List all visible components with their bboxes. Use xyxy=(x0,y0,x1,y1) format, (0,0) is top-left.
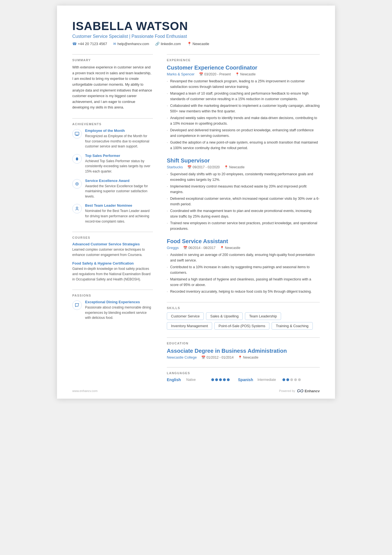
lang-dots-2 xyxy=(282,378,301,381)
calendar-icon-2: 📅 xyxy=(187,165,192,169)
dot-1-2 xyxy=(215,378,218,381)
job-company-2: Starbucks xyxy=(167,165,183,169)
email-contact: ✉ help@enhancv.com xyxy=(113,42,149,46)
courses-section: COURSES Advanced Customer Service Strate… xyxy=(72,236,153,282)
email-icon: ✉ xyxy=(113,42,116,46)
job-location-1: 📍 Newcastle xyxy=(235,72,255,76)
phone-contact: ☎ +44 20 7123 4567 xyxy=(72,42,107,46)
achievement-icon-4 xyxy=(72,204,82,213)
course-desc-2: Gained in-depth knowledge on food safety… xyxy=(72,266,153,282)
location-icon: 📍 xyxy=(187,42,192,46)
languages-row: English Native Spanish Intermediate xyxy=(167,378,320,382)
passion-icon-1 xyxy=(72,300,82,310)
summary-section: SUMMARY With extensive experience in cus… xyxy=(72,58,153,110)
pin-icon-1: 📍 xyxy=(235,72,239,76)
languages-section: LANGUAGES English Native xyxy=(167,371,320,382)
lang-level-2: Intermediate xyxy=(257,378,280,382)
job-entry-2: Shift Supervisor Starbucks 📅 09/2017 - 0… xyxy=(167,157,320,231)
bullet-1-3: Collaborated with the marketing departme… xyxy=(167,103,320,114)
skills-grid: Customer Service Sales & Upselling Team … xyxy=(167,312,320,330)
passion-title-1: Exceptional Dining Experiences xyxy=(85,300,153,304)
linkedin-contact: 🔗 linkedin.com xyxy=(155,42,181,46)
dot-1-3 xyxy=(219,378,222,381)
contact-row: ☎ +44 20 7123 4567 ✉ help@enhancv.com 🔗 … xyxy=(72,42,320,46)
job-bullets-2: Supervised daily shifts with up to 20 em… xyxy=(167,171,320,231)
experience-title: EXPERIENCE xyxy=(167,58,320,62)
course-item-1: Advanced Customer Service Strategies Lea… xyxy=(72,242,153,257)
bullet-2-2: Implemented inventory control measures t… xyxy=(167,184,320,195)
skills-divider xyxy=(167,302,320,302)
passion-item-1: Exceptional Dining Experiences Passionat… xyxy=(72,300,153,320)
achievement-item-3: Service Excellence Award Awarded the Ser… xyxy=(72,179,153,199)
achievement-item-2: Top Sales Performer Achieved Top Sales P… xyxy=(72,154,153,174)
bullet-3-1: Assisted in serving an average of 200 cu… xyxy=(167,252,320,263)
calendar-icon-1: 📅 xyxy=(199,72,203,76)
job-meta-1: Marks & Spencer 📅 03/2020 - Present 📍 Ne… xyxy=(167,72,320,76)
edu-dates-1: 📅 01/2012 - 01/2014 xyxy=(201,356,234,359)
resume-page: ISABELLA WATSON Customer Service Special… xyxy=(57,6,335,399)
calendar-icon-3: 📅 xyxy=(183,246,187,250)
dot-1-1 xyxy=(211,378,214,381)
passions-section: PASSIONS Exceptional Dining Experiences … xyxy=(72,294,153,320)
dot-1-4 xyxy=(223,378,226,381)
achievement-content-4: Best Team Leader Nominee Nominated for t… xyxy=(85,203,153,224)
job-bullets-1: Revamped the customer feedback program, … xyxy=(167,78,320,151)
bullet-3-3: Maintained a high standard of hygiene an… xyxy=(167,277,320,288)
lang-level-1: Native xyxy=(186,378,209,382)
achievement-desc-3: Awarded the Service Excellence badge for… xyxy=(85,184,153,199)
job-company-3: Greggs xyxy=(167,246,179,250)
achievements-title: ACHIEVEMENTS xyxy=(72,122,153,126)
courses-title: COURSES xyxy=(72,236,153,239)
pin-icon-3: 📍 xyxy=(220,246,224,250)
job-dates-1: 📅 03/2020 - Present xyxy=(199,72,231,76)
enhancv-brand: Enhancv xyxy=(305,389,320,393)
job-location-3: 📍 Newcastle xyxy=(220,246,240,250)
svg-point-6 xyxy=(76,207,78,209)
language-item-1: English Native xyxy=(167,378,230,382)
dot-1-5 xyxy=(227,378,230,381)
bullet-2-5: Trained new employees in customer servic… xyxy=(167,220,320,231)
language-item-2: Spanish Intermediate xyxy=(238,378,301,382)
page-footer: www.enhancv.com Powered by Enhancv xyxy=(72,389,320,393)
dot-2-4 xyxy=(294,378,297,381)
skill-tag-5: Point-of-Sale (POS) Systems xyxy=(214,322,269,330)
experience-divider xyxy=(167,54,320,55)
edu-meta-1: Newcastle College 📅 01/2012 - 01/2014 📍 … xyxy=(167,355,320,359)
edu-pin-icon: 📍 xyxy=(238,356,242,359)
job-title-1: Customer Experience Coordinator xyxy=(167,65,320,71)
lang-dots-1 xyxy=(211,378,230,381)
course-item-2: Food Safety & Hygiene Certification Gain… xyxy=(72,261,153,282)
lang-name-1: English xyxy=(167,378,183,382)
bullet-2-4: Coordinated with the management team to … xyxy=(167,208,320,219)
passion-content-1: Exceptional Dining Experiences Passionat… xyxy=(85,300,153,320)
location-contact: 📍 Newcastle xyxy=(187,42,209,46)
job-company-1: Marks & Spencer xyxy=(167,72,195,76)
job-entry-3: Food Service Assistant Greggs 📅 06/2014 … xyxy=(167,238,320,294)
right-column: EXPERIENCE Customer Experience Coordinat… xyxy=(167,54,320,382)
bullet-2-1: Supervised daily shifts with up to 20 em… xyxy=(167,171,320,182)
dot-2-1 xyxy=(282,378,285,381)
header: ISABELLA WATSON Customer Service Special… xyxy=(72,19,320,46)
body-columns: SUMMARY With extensive experience in cus… xyxy=(72,54,320,382)
achievement-icon-2 xyxy=(72,154,82,164)
bullet-3-4: Recorded inventory accurately, helping t… xyxy=(167,289,320,294)
job-dates-3: 📅 06/2014 - 08/2017 xyxy=(183,246,215,250)
job-bullets-3: Assisted in serving an average of 200 cu… xyxy=(167,252,320,294)
experience-section: EXPERIENCE Customer Experience Coordinat… xyxy=(167,58,320,294)
summary-title: SUMMARY xyxy=(72,58,153,62)
footer-url: www.enhancv.com xyxy=(72,389,98,393)
left-column: SUMMARY With extensive experience in cus… xyxy=(72,54,153,382)
achievement-desc-1: Recognized as Employee of the Month for … xyxy=(85,134,153,149)
course-title-2: Food Safety & Hygiene Certification xyxy=(72,261,153,265)
skill-tag-2: Sales & Upselling xyxy=(206,312,243,320)
bullet-1-4: Analyzed weekly sales reports to identif… xyxy=(167,115,320,126)
languages-divider xyxy=(167,367,320,367)
enhancv-logo: Enhancv xyxy=(297,389,320,393)
achievement-content-3: Service Excellence Award Awarded the Ser… xyxy=(85,179,153,199)
skill-tag-6: Training & Coaching xyxy=(272,322,312,330)
achievement-item-4: Best Team Leader Nominee Nominated for t… xyxy=(72,203,153,224)
courses-divider xyxy=(72,232,153,232)
achievement-content-2: Top Sales Performer Achieved Top Sales P… xyxy=(85,154,153,174)
job-entry-1: Customer Experience Coordinator Marks & … xyxy=(167,65,320,151)
edu-calendar-icon: 📅 xyxy=(201,356,205,359)
